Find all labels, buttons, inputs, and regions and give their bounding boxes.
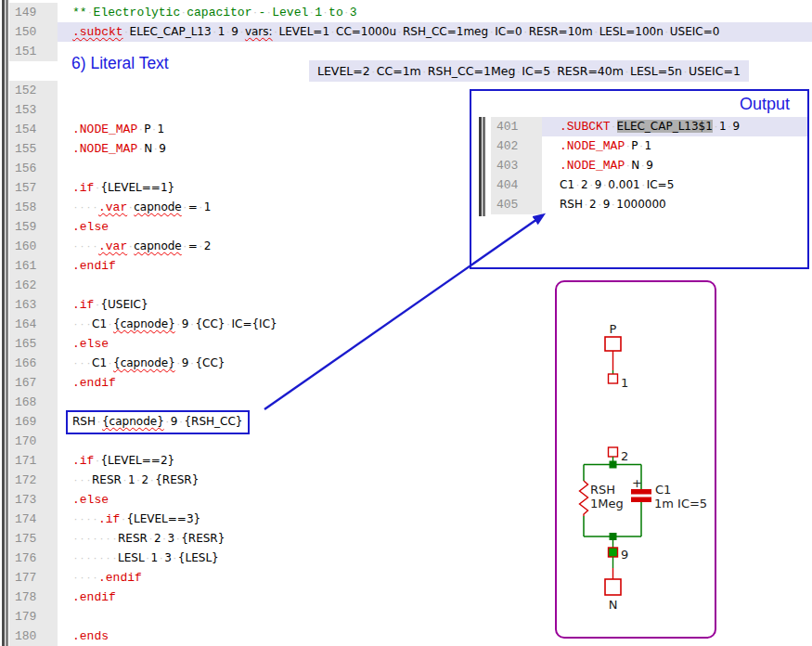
output-code[interactable]: 401.SUBCKT·ELEC_CAP_L13$1·1·9402.NODE_MA… bbox=[491, 117, 807, 214]
line-number[interactable]: 171 bbox=[9, 451, 58, 471]
line-number[interactable]: 158 bbox=[9, 198, 58, 217]
code-line-content[interactable]: .NODE_MAP·N·9 bbox=[542, 156, 807, 175]
line-number[interactable]: 161 bbox=[9, 256, 58, 276]
line-number[interactable]: 173 bbox=[9, 490, 58, 510]
line-number[interactable]: 151 bbox=[9, 42, 58, 61]
code-token: 9 bbox=[603, 198, 611, 211]
line-number[interactable]: 166 bbox=[9, 354, 58, 373]
line-number[interactable] bbox=[9, 61, 58, 81]
line-number[interactable]: 403 bbox=[491, 156, 542, 175]
capacitor-symbol[interactable] bbox=[631, 489, 651, 495]
code-token: 1000000 bbox=[616, 198, 665, 211]
code-token: {capnode} bbox=[102, 415, 164, 428]
whitespace-dot: · bbox=[123, 22, 130, 42]
line-number[interactable]: 180 bbox=[9, 627, 58, 646]
code-token: = bbox=[188, 239, 198, 252]
line-number[interactable]: 153 bbox=[9, 100, 58, 120]
code-line-content[interactable]: C1·2·9·0.001·IC=5 bbox=[542, 175, 807, 195]
line-number[interactable]: 155 bbox=[9, 139, 58, 159]
code-token: RESR bbox=[92, 473, 122, 486]
code-token: RSH_CC=1meg bbox=[403, 25, 488, 38]
code-token: 9 bbox=[231, 25, 238, 38]
highlight-box: RSH·{capnode}·9·{RSH_CC} bbox=[66, 410, 250, 434]
code-token: .NODE_MAP bbox=[560, 139, 625, 153]
whitespace-dot: · bbox=[72, 510, 79, 529]
capacitor-symbol[interactable] bbox=[631, 497, 651, 503]
code-line[interactable]: 404C1·2·9·0.001·IC=5 bbox=[491, 175, 807, 195]
line-number[interactable]: 152 bbox=[9, 81, 58, 100]
line-number[interactable]: 405 bbox=[491, 195, 542, 214]
code-line[interactable]: 149**·Electrolytic·capacitor·-·Level·1·t… bbox=[9, 3, 812, 22]
line-number[interactable]: 162 bbox=[9, 276, 58, 295]
line-number[interactable]: 156 bbox=[9, 159, 58, 178]
whitespace-dot: · bbox=[105, 549, 111, 568]
line-number[interactable]: 179 bbox=[9, 607, 58, 627]
line-number[interactable]: 167 bbox=[9, 373, 58, 393]
port-p-symbol[interactable] bbox=[605, 337, 621, 351]
code-token: 9 bbox=[182, 317, 189, 330]
resistor-symbol[interactable] bbox=[580, 481, 588, 516]
line-number[interactable]: 402 bbox=[491, 136, 542, 156]
line-number[interactable]: 175 bbox=[9, 529, 58, 549]
code-token: USEIC=0 bbox=[670, 25, 720, 38]
whitespace-dot: · bbox=[98, 549, 105, 568]
code-token: - bbox=[258, 6, 265, 19]
code-token: 1 bbox=[151, 551, 159, 564]
pin-1-symbol[interactable] bbox=[609, 374, 618, 383]
code-line-content[interactable]: **·Electrolytic·capacitor·-·Level·1·to·3 bbox=[58, 3, 812, 22]
code-token: {RESR} bbox=[181, 532, 225, 545]
schematic-panel: P 1 2 + RSH 1Meg C1 1m IC=5 bbox=[555, 280, 716, 639]
line-number[interactable]: 163 bbox=[9, 295, 58, 315]
code-token: 1 bbox=[128, 473, 135, 486]
code-token: 9 bbox=[182, 356, 189, 369]
code-token: 2 bbox=[589, 198, 597, 211]
whitespace-dot: · bbox=[79, 354, 85, 373]
code-line-content[interactable]: .subckt·ELEC_CAP_L13·1·9·vars:·LEVEL=1·C… bbox=[58, 22, 812, 42]
code-line[interactable]: 405RSH·2·9·1000000 bbox=[491, 195, 807, 214]
line-number[interactable]: 176 bbox=[9, 549, 58, 568]
line-number[interactable]: 149 bbox=[9, 3, 58, 22]
code-line-content[interactable]: .NODE_MAP·P·1 bbox=[542, 136, 807, 156]
code-line-content[interactable] bbox=[58, 42, 812, 61]
whitespace-dot: · bbox=[85, 568, 92, 588]
pin-2-symbol[interactable] bbox=[609, 447, 618, 457]
line-number[interactable]: 178 bbox=[9, 588, 58, 607]
pin-9-symbol[interactable] bbox=[609, 548, 618, 557]
code-token: ELEC_CAP_L13 bbox=[130, 25, 212, 38]
line-number[interactable]: 157 bbox=[9, 178, 58, 198]
line-number[interactable]: 404 bbox=[491, 175, 542, 195]
code-token: capacitor bbox=[187, 6, 251, 19]
code-line[interactable]: 401.SUBCKT·ELEC_CAP_L13$1·1·9 bbox=[491, 117, 807, 136]
code-line-content[interactable]: .SUBCKT·ELEC_CAP_L13$1·1·9 bbox=[542, 117, 807, 136]
code-line[interactable]: 150.subckt·ELEC_CAP_L13·1·9·vars:·LEVEL=… bbox=[9, 22, 812, 42]
whitespace-dot: · bbox=[343, 3, 350, 22]
code-token: 1 bbox=[157, 123, 164, 136]
whitespace-dot: · bbox=[574, 175, 581, 195]
code-line[interactable]: 402.NODE_MAP·P·1 bbox=[491, 136, 807, 156]
line-number[interactable]: 169 bbox=[9, 412, 58, 432]
line-number[interactable]: 401 bbox=[491, 117, 542, 136]
code-token: ** bbox=[72, 6, 87, 19]
whitespace-dot: · bbox=[85, 315, 92, 334]
code-line[interactable]: 403.NODE_MAP·N·9 bbox=[491, 156, 807, 175]
whitespace-dot: · bbox=[212, 22, 218, 42]
code-line-content[interactable]: RSH·2·9·1000000 bbox=[542, 195, 807, 214]
line-number[interactable]: 164 bbox=[9, 315, 58, 334]
line-number[interactable]: 150 bbox=[9, 22, 58, 42]
whitespace-dot: · bbox=[92, 237, 98, 256]
line-number[interactable]: 159 bbox=[9, 217, 58, 237]
line-number[interactable]: 170 bbox=[9, 432, 58, 451]
code-token: .endif bbox=[72, 376, 116, 390]
fold-margin[interactable] bbox=[0, 0, 9, 646]
whitespace-dot: · bbox=[122, 471, 128, 490]
line-number[interactable]: 172 bbox=[9, 471, 58, 490]
code-token: LESL=100n bbox=[599, 25, 664, 38]
line-number[interactable]: 174 bbox=[9, 510, 58, 529]
line-number[interactable]: 154 bbox=[9, 120, 58, 139]
code-token: 1 bbox=[719, 120, 727, 133]
line-number[interactable]: 160 bbox=[9, 237, 58, 256]
port-n-symbol[interactable] bbox=[605, 579, 621, 595]
line-number[interactable]: 168 bbox=[9, 393, 58, 412]
line-number[interactable]: 165 bbox=[9, 334, 58, 354]
line-number[interactable]: 177 bbox=[9, 568, 58, 588]
